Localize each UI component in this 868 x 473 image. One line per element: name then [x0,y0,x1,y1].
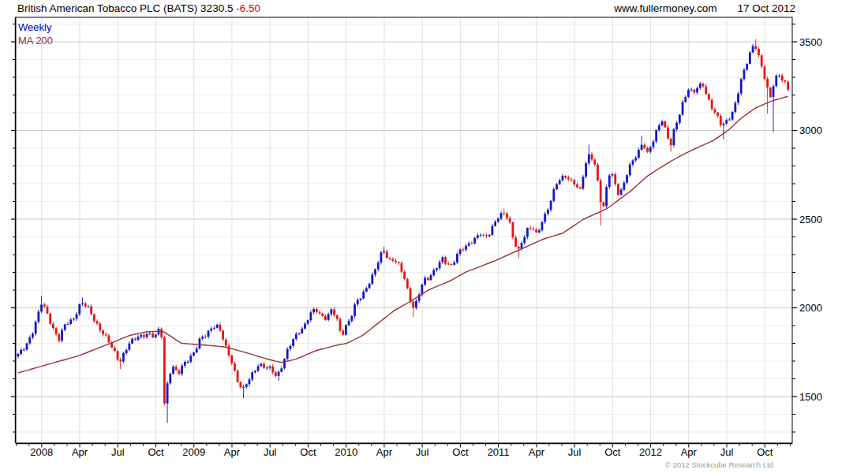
candlestick-up [585,163,587,177]
candlestick-up [131,339,133,344]
candlestick-up [155,334,157,337]
candlestick-up [242,387,245,388]
candlestick-down [769,88,772,97]
y-tick-label: 3000 [799,125,822,136]
candlestick-up [208,331,210,337]
candlestick-down [444,257,447,263]
candlestick-up [620,190,623,196]
candlestick-up [696,88,698,93]
candlestick-down [114,348,116,351]
candlestick-down [333,309,335,315]
candlestick-up [257,366,260,371]
candlestick-down [758,49,760,55]
candlestick-up [128,344,130,350]
candlestick-down [230,356,233,363]
candlestick-up [28,337,31,344]
candlestick-up [371,274,373,284]
candlestick-down [119,359,122,361]
candlestick-up [550,201,552,210]
candlestick-up [623,183,625,190]
candlestick-up [278,372,280,376]
candlestick-down [406,279,409,289]
candlestick-down [263,364,265,368]
ma-200-line [18,96,788,373]
candlestick-up [684,97,687,102]
candlestick-down [529,228,532,229]
candlestick-up [298,333,301,334]
candlestick-down [225,340,227,346]
candlestick-up [737,94,739,103]
candlestick-up [199,338,201,348]
candlestick-up [312,309,315,312]
candlestick-down [451,264,453,265]
candlestick-up [292,339,294,346]
candlestick-up [380,252,383,263]
candlestick-up [661,121,664,125]
candlestick-up [439,262,441,268]
candlestick-up [88,307,90,307]
candlestick-down [271,367,274,373]
candlestick-up [436,268,438,270]
candlestick-down [108,335,110,342]
candlestick-down [506,214,508,218]
candlestick-down [708,94,710,99]
candlestick-up [304,324,306,329]
candlestick-down [781,76,784,80]
candlestick-down [593,159,596,164]
candlestick-up [725,120,728,124]
candlestick-up [290,346,292,349]
candlestick-down [403,272,406,279]
candlestick-up [193,352,195,356]
candlestick-up [675,123,678,129]
candlestick-down [761,55,763,66]
candlestick-down [47,307,49,314]
candlestick-up [181,366,183,374]
candlestick-up [283,359,286,368]
candlestick-up [465,246,467,250]
candlestick-down [471,244,473,244]
candlestick-down [576,184,578,188]
candlestick-up [523,237,526,244]
x-tick-label: Apr [681,446,698,458]
candlestick-up [556,184,558,189]
candlestick-up [526,228,529,236]
candlestick-up [40,304,43,311]
candlestick-up [383,251,385,252]
y-tick-label: 2000 [799,302,822,314]
candlestick-up [362,292,365,299]
candlestick-up [61,330,63,341]
candlestick-up [488,235,491,236]
candlestick-up [459,249,462,254]
candlestick-down [462,249,464,250]
candlestick-up [266,367,268,368]
candlestick-down [716,113,719,116]
candlestick-down [395,261,397,263]
candlestick-down [316,309,318,312]
candlestick-up [122,353,125,361]
candlestick-up [673,129,675,145]
candlestick-down [391,259,394,260]
candlestick-up [547,210,549,214]
candlestick-up [148,333,151,334]
candlestick-up [73,318,75,319]
candlestick-down [275,372,277,376]
candlestick-up [213,328,215,329]
candlestick-down [571,179,573,180]
candlestick-down [597,165,599,181]
candlestick-down [766,79,769,88]
candlestick-up [588,155,590,164]
candlestick-up [497,218,499,222]
candlestick-up [453,263,455,265]
candlestick-down [222,330,224,339]
y-tick-label: 2500 [799,214,822,225]
candlestick-up [477,235,479,237]
x-tick-label: Oct [604,446,621,458]
candlestick-down [573,180,575,184]
x-tick-label: Oct [148,446,164,458]
candlestick-up [632,160,634,164]
x-tick-label: 2009 [182,446,205,458]
candlestick-down [342,330,344,334]
candlestick-down [49,314,51,324]
candlestick-down [567,177,570,179]
candlestick-down [237,371,239,382]
